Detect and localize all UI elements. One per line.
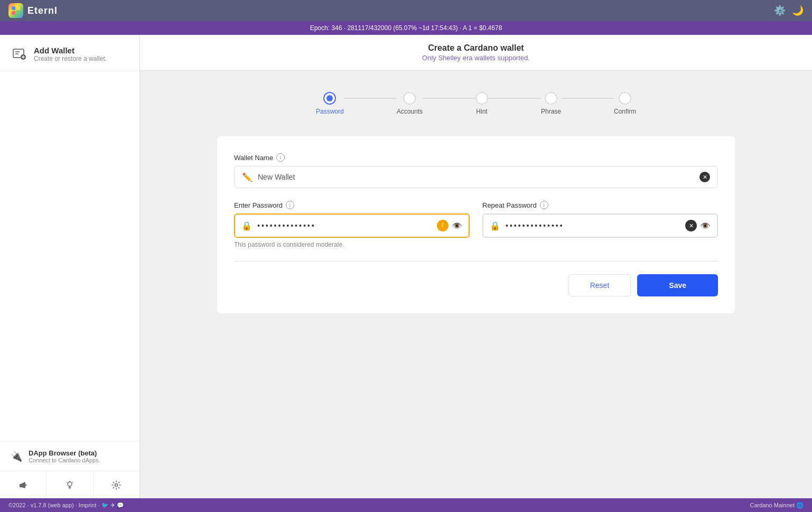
sidebar-header: Add Wallet Create or restore a wallet. (0, 35, 139, 71)
step-label-confirm: Confirm (614, 108, 636, 115)
enter-password-label: Enter Password i (234, 201, 470, 209)
add-wallet-icon (11, 45, 27, 62)
sidebar-title: Add Wallet (34, 46, 107, 55)
svg-point-14 (115, 483, 118, 486)
step-label-accounts: Accounts (397, 108, 423, 115)
step-circle-confirm (619, 92, 631, 105)
moon-icon[interactable]: 🌙 (792, 5, 804, 16)
step-circle-phrase (545, 92, 557, 105)
logo: Eternl (8, 3, 58, 18)
form-divider (234, 261, 718, 262)
footer: ©2022 · v1.7.8 (web app) · Imprint · 🐦 ✈… (0, 498, 812, 512)
step-label-hint: Hint (476, 108, 487, 115)
enter-password-field: Enter Password i 🔒 ! 👁️ This password is… (234, 201, 470, 248)
sidebar-content (0, 71, 139, 441)
step-password: Password (316, 92, 344, 115)
password-eye-icon[interactable]: 👁️ (452, 221, 462, 231)
footer-left: ©2022 · v1.7.8 (web app) · Imprint · 🐦 ✈… (8, 502, 124, 509)
enter-password-input[interactable] (257, 221, 437, 230)
sidebar-nav (0, 471, 139, 498)
repeat-password-input[interactable] (506, 221, 685, 230)
main-content: Create a Cardano wallet Only Shelley era… (140, 35, 812, 498)
repeat-password-field: Repeat Password i 🔒 ✕ 👁️ (482, 201, 718, 248)
password-strength-hint: This password is considered moderate. (234, 241, 470, 248)
pencil-icon: ✏️ (242, 172, 253, 182)
svg-line-12 (67, 482, 67, 482)
page-header: Create a Cardano wallet Only Shelley era… (140, 35, 812, 71)
sidebar-header-text: Add Wallet Create or restore a wallet. (34, 46, 107, 62)
enter-password-icons: ! 👁️ (437, 220, 462, 231)
wallet-name-input-wrap[interactable]: ✏️ ✕ (234, 166, 718, 188)
connector-2 (423, 98, 475, 99)
main-body: Password Accounts Hint Phrase (140, 71, 812, 498)
step-hint: Hint (475, 92, 488, 115)
lock-icon-enter: 🔒 (241, 221, 252, 231)
dapp-browser-item[interactable]: 🔌 DApp Browser (beta) Connect to Cardano… (0, 441, 139, 471)
page-title: Create a Cardano wallet (153, 43, 799, 53)
nav-announcements[interactable] (0, 471, 46, 498)
nav-ideas[interactable] (46, 471, 93, 498)
epoch-bar: Epoch: 346 · 281117/432000 (65.07% ~1d 1… (0, 21, 812, 35)
step-label-password: Password (316, 108, 344, 115)
dapp-icon: 🔌 (11, 451, 22, 462)
svg-line-13 (72, 482, 73, 482)
page-subtitle: Only Shelley era wallets supported. (153, 54, 799, 62)
top-bar-right: ⚙️ 🌙 (774, 5, 804, 16)
svg-rect-3 (16, 11, 20, 15)
footer-right: Cardano Mainnet 🌐 (750, 502, 804, 509)
globe-settings-icon[interactable]: ⚙️ (774, 5, 786, 16)
app-name: Eternl (27, 5, 58, 16)
step-circle-hint (475, 92, 488, 105)
wallet-name-info-icon[interactable]: i (276, 153, 285, 162)
repeat-password-label: Repeat Password i (482, 201, 718, 209)
password-warning-icon[interactable]: ! (437, 220, 449, 231)
nav-settings[interactable] (94, 471, 139, 498)
connector-3 (488, 98, 541, 99)
svg-rect-0 (12, 6, 15, 10)
logo-icon (8, 3, 23, 18)
main-layout: Add Wallet Create or restore a wallet. 🔌… (0, 35, 812, 498)
step-confirm: Confirm (614, 92, 636, 115)
connector-4 (561, 98, 614, 99)
form-actions: Reset Save (234, 274, 718, 296)
svg-point-10 (68, 482, 72, 486)
repeat-password-eye-icon[interactable]: 👁️ (700, 221, 711, 231)
epoch-text: Epoch: 346 · 281117/432000 (65.07% ~1d 1… (310, 24, 502, 32)
dapp-subtitle: Connect to Cardano dApps. (29, 457, 100, 463)
connector-1 (344, 98, 397, 99)
step-circle-accounts (403, 92, 416, 105)
enter-password-info-icon[interactable]: i (286, 201, 294, 209)
repeat-password-wrap[interactable]: 🔒 ✕ 👁️ (482, 213, 718, 238)
dapp-text: DApp Browser (beta) Connect to Cardano d… (29, 449, 100, 463)
repeat-password-clear-icon[interactable]: ✕ (685, 220, 697, 231)
lock-icon-repeat: 🔒 (490, 221, 500, 231)
sidebar: Add Wallet Create or restore a wallet. 🔌… (0, 35, 140, 498)
step-circle-password (323, 92, 336, 105)
password-row: Enter Password i 🔒 ! 👁️ This password is… (234, 201, 718, 248)
step-label-phrase: Phrase (541, 108, 561, 115)
repeat-password-info-icon[interactable]: i (540, 201, 548, 209)
repeat-password-icons: ✕ 👁️ (685, 220, 711, 231)
wallet-name-input[interactable] (258, 173, 699, 181)
enter-password-wrap[interactable]: 🔒 ! 👁️ (234, 213, 470, 238)
create-wallet-form: Wallet Name i ✏️ ✕ Enter Password i (217, 136, 735, 313)
save-button[interactable]: Save (637, 274, 718, 296)
dapp-title: DApp Browser (beta) (29, 449, 100, 457)
sidebar-subtitle: Create or restore a wallet. (34, 55, 107, 62)
stepper: Password Accounts Hint Phrase (318, 92, 634, 115)
top-bar: Eternl ⚙️ 🌙 (0, 0, 812, 21)
step-phrase: Phrase (541, 92, 561, 115)
step-accounts: Accounts (397, 92, 423, 115)
wallet-name-clear-icon[interactable]: ✕ (699, 172, 710, 182)
svg-rect-2 (12, 11, 15, 15)
wallet-name-label: Wallet Name i (234, 153, 718, 162)
svg-rect-1 (16, 6, 20, 10)
reset-button[interactable]: Reset (568, 274, 631, 296)
